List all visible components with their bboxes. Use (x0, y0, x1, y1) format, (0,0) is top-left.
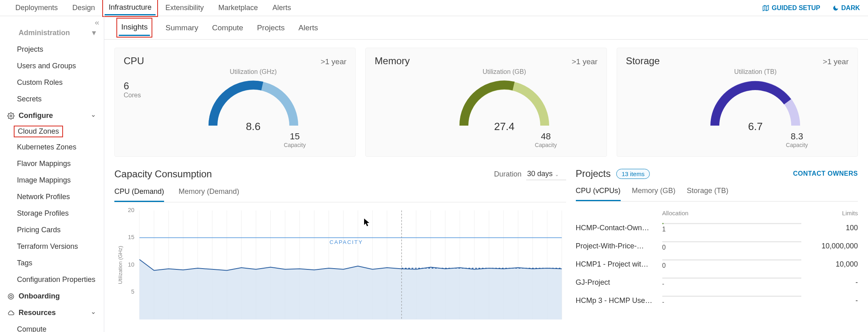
storage-unit-label: Utilization (TB) (734, 68, 777, 76)
memory-capacity-label: Capacity (535, 142, 557, 148)
guided-setup-button[interactable]: GUIDED SETUP (762, 4, 820, 12)
topnav-item-deployments[interactable]: Deployments (8, 0, 65, 16)
duration-value: 30 days (527, 170, 552, 178)
projects-col-limits: Limits (801, 210, 858, 216)
duration-select[interactable]: 30 days ⌄ (526, 168, 566, 180)
project-row[interactable]: GJ-Project - - (576, 273, 858, 292)
memory-gauge: 27.4 48 Capacity (456, 77, 553, 134)
sidebar-item-compute[interactable]: Compute (0, 321, 104, 332)
sidebar-item-config-properties[interactable]: Configuration Properties (0, 271, 104, 288)
capacity-panel: Capacity Consumption Duration 30 days ⌄ … (114, 168, 566, 324)
topnav-item-extensibility[interactable]: Extensibility (158, 0, 211, 16)
project-name: GJ-Project (576, 278, 661, 287)
allocation-bar (662, 223, 801, 224)
sidebar-item-custom-roles[interactable]: Custom Roles (0, 74, 104, 91)
memory-unit-label: Utilization (GB) (482, 68, 526, 76)
storage-title: Storage (626, 55, 660, 67)
target-icon (7, 293, 15, 300)
projects-count-badge: 13 items (616, 169, 650, 179)
sidebar-configure-label: Configure (19, 111, 53, 120)
project-row[interactable]: HCMP1 - Project wit… 0 10,000 (576, 255, 858, 273)
sidebar-item-users-groups[interactable]: Users and Groups (0, 58, 104, 74)
subnav: Insights Summary Compute Projects Alerts (104, 16, 868, 40)
project-name: HCMp 3 - HCMP Use… (576, 296, 661, 305)
limit-value: - (801, 296, 858, 305)
project-row[interactable]: HCMp 3 - HCMP Use… - - (576, 292, 858, 310)
subnav-item-summary[interactable]: Summary (164, 17, 199, 39)
project-row[interactable]: Project-With-Price-… 0 10,000,000 (576, 237, 858, 255)
sidebar-admin-label: Administration (19, 29, 70, 37)
dark-label: DARK (841, 4, 860, 12)
sidebar-item-kubernetes-zones[interactable]: Kubernetes Zones (0, 139, 104, 155)
proj-tab-cpu[interactable]: CPU (vCPUs) (576, 187, 621, 201)
allocation-value: - (662, 298, 801, 306)
sidebar-item-pricing-cards[interactable]: Pricing Cards (0, 222, 104, 238)
svg-text:CAPACITY: CAPACITY (329, 240, 363, 246)
cpu-unit-label: Utilization (GHz) (230, 68, 276, 76)
contact-owners-button[interactable]: CONTACT OWNERS (793, 170, 858, 177)
svg-point-1 (8, 294, 14, 299)
topnav-item-alerts[interactable]: Alerts (265, 0, 298, 16)
sidebar-item-projects[interactable]: Projects (0, 41, 104, 58)
guided-setup-label: GUIDED SETUP (772, 4, 820, 12)
topnav-item-marketplace[interactable]: Marketplace (211, 0, 265, 16)
memory-age: >1 year (572, 57, 598, 66)
topnav-item-infrastructure[interactable]: Infrastructure (105, 1, 156, 15)
sidebar-group-configure[interactable]: Configure (0, 107, 104, 124)
cap-tab-memory-demand[interactable]: Memory (Demand) (179, 187, 239, 202)
allocation-value: - (662, 280, 801, 288)
highlight-insights: Insights (116, 18, 152, 38)
sidebar-item-storage-profiles[interactable]: Storage Profiles (0, 205, 104, 222)
gear-icon (7, 29, 15, 36)
sidebar-collapse-button[interactable] (93, 20, 101, 26)
svg-text:5: 5 (131, 289, 135, 295)
projects-panel: Projects 13 items CONTACT OWNERS CPU (vC… (576, 168, 858, 324)
sidebar-item-image-mappings[interactable]: Image Mappings (0, 172, 104, 189)
allocation-bar (662, 277, 801, 279)
limit-value: 100 (801, 224, 858, 232)
chevron-down-icon (91, 311, 96, 315)
storage-age: >1 year (823, 57, 849, 66)
capacity-chart: 5101520CAPACITYUtilization (GHz) (114, 206, 566, 324)
sidebar-group-onboarding[interactable]: Onboarding (0, 288, 104, 305)
sidebar-group-administration[interactable]: Administration ▾ (0, 28, 104, 41)
subnav-item-projects[interactable]: Projects (256, 17, 286, 39)
svg-text:20: 20 (128, 207, 135, 213)
limit-value: - (801, 278, 858, 287)
map-icon (762, 4, 769, 12)
limit-value: 10,000 (801, 260, 858, 269)
cpu-capacity-label: Capacity (284, 142, 305, 148)
chevron-down-icon (91, 113, 96, 118)
svg-point-0 (10, 115, 12, 117)
allocation-bar (662, 296, 801, 297)
topnav-item-design[interactable]: Design (65, 0, 102, 16)
sidebar-item-secrets[interactable]: Secrets (0, 91, 104, 107)
allocation-value: 0 (662, 262, 801, 269)
proj-tab-storage[interactable]: Storage (TB) (687, 187, 729, 201)
proj-tab-memory[interactable]: Memory (GB) (632, 187, 676, 201)
dark-mode-toggle[interactable]: DARK (832, 4, 860, 12)
cap-tab-cpu-demand[interactable]: CPU (Demand) (114, 187, 164, 202)
cpu-card: CPU >1 year 6 Cores Utilization (GHz) (114, 48, 356, 157)
sidebar-item-terraform-versions[interactable]: Terraform Versions (0, 238, 104, 255)
highlight-infrastructure: Infrastructure (102, 0, 158, 17)
sidebar: Administration ▾ Projects Users and Grou… (0, 16, 104, 332)
main-content: Insights Summary Compute Projects Alerts… (104, 16, 868, 332)
subnav-item-compute[interactable]: Compute (211, 17, 244, 39)
sidebar-item-cloud-zones[interactable]: Cloud Zones (14, 126, 63, 137)
allocation-bar (662, 259, 801, 261)
storage-capacity-value: 8.3 (786, 131, 808, 142)
cpu-cores-label: Cores (124, 92, 160, 99)
sidebar-group-resources[interactable]: Resources (0, 305, 104, 321)
cpu-cores-value: 6 (124, 80, 160, 92)
project-row[interactable]: HCMP-Contact-Own… 1 100 (576, 219, 858, 237)
allocation-value: 0 (662, 244, 801, 251)
subnav-item-alerts[interactable]: Alerts (298, 17, 319, 39)
subnav-item-insights[interactable]: Insights (119, 19, 150, 36)
sidebar-item-network-profiles[interactable]: Network Profiles (0, 189, 104, 205)
top-nav: Deployments Design Infrastructure Extens… (0, 0, 868, 16)
sidebar-item-tags[interactable]: Tags (0, 255, 104, 271)
sidebar-item-flavor-mappings[interactable]: Flavor Mappings (0, 155, 104, 172)
memory-capacity-value: 48 (535, 131, 557, 142)
cpu-title: CPU (124, 55, 144, 67)
